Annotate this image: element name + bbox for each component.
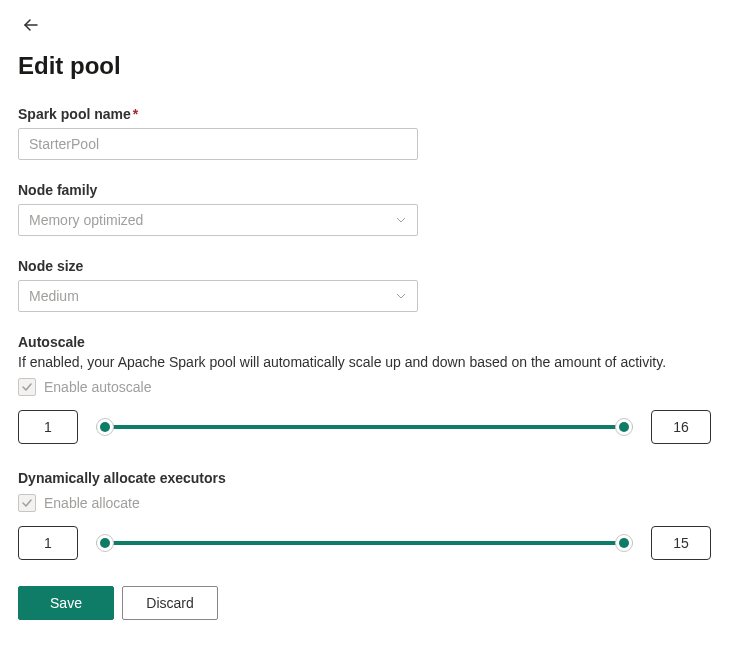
node-size-select[interactable]: Medium (18, 280, 418, 312)
discard-button[interactable]: Discard (122, 586, 218, 620)
autoscale-title: Autoscale (18, 334, 711, 350)
enable-autoscale-checkbox[interactable] (18, 378, 36, 396)
node-family-select[interactable]: Memory optimized (18, 204, 418, 236)
enable-autoscale-label: Enable autoscale (44, 379, 151, 395)
chevron-down-icon (395, 290, 407, 302)
node-size-label: Node size (18, 258, 711, 274)
enable-allocate-label: Enable allocate (44, 495, 140, 511)
autoscale-description: If enabled, your Apache Spark pool will … (18, 354, 711, 370)
enable-allocate-checkbox[interactable] (18, 494, 36, 512)
slider-track (96, 541, 633, 545)
allocate-title: Dynamically allocate executors (18, 470, 711, 486)
slider-thumb-max[interactable] (615, 534, 633, 552)
pool-name-label: Spark pool name* (18, 106, 711, 122)
slider-thumb-max[interactable] (615, 418, 633, 436)
check-icon (21, 381, 33, 393)
back-button[interactable] (18, 12, 44, 38)
chevron-down-icon (395, 214, 407, 226)
allocate-slider[interactable] (92, 534, 637, 552)
node-family-label: Node family (18, 182, 711, 198)
slider-thumb-min[interactable] (96, 418, 114, 436)
pool-name-input[interactable]: StarterPool (18, 128, 418, 160)
autoscale-slider[interactable] (92, 418, 637, 436)
page-title: Edit pool (18, 52, 711, 80)
allocate-max-input[interactable]: 15 (651, 526, 711, 560)
arrow-left-icon (22, 16, 40, 34)
slider-track (96, 425, 633, 429)
slider-thumb-min[interactable] (96, 534, 114, 552)
autoscale-min-input[interactable]: 1 (18, 410, 78, 444)
save-button[interactable]: Save (18, 586, 114, 620)
check-icon (21, 497, 33, 509)
required-indicator: * (133, 106, 138, 122)
allocate-min-input[interactable]: 1 (18, 526, 78, 560)
autoscale-max-input[interactable]: 16 (651, 410, 711, 444)
